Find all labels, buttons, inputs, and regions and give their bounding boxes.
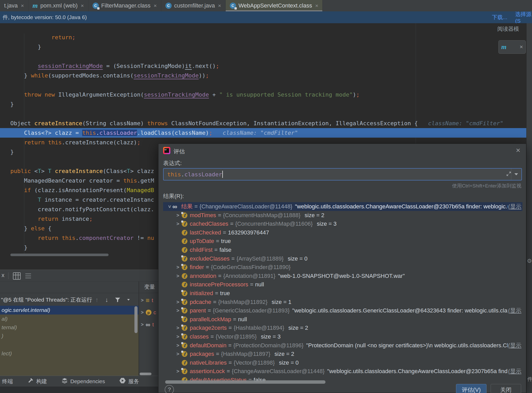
tree-row[interactable]: >∞结果={ChangeAwareClassLoader@11448}"webl…	[163, 202, 522, 211]
expression-history-dropdown[interactable]	[511, 169, 521, 180]
chevron-icon[interactable]: >	[175, 308, 181, 313]
tool-window-button-play[interactable]: 服务	[119, 378, 139, 385]
right-tool-button[interactable]: 件	[527, 376, 532, 383]
chevron-icon[interactable]: >	[175, 273, 181, 279]
chevron-icon[interactable]: >	[175, 334, 181, 340]
editor-tab[interactable]: mpom.xml (web)×	[28, 0, 88, 11]
tool-window-button-terminal[interactable]: 终端	[2, 378, 13, 385]
chevron-right-icon[interactable]: >	[141, 310, 144, 315]
threads-vscrollbar[interactable]	[134, 306, 138, 333]
close-icon[interactable]: ×	[21, 3, 24, 9]
tree-row[interactable]: >fclasses={Vector@11895}size = 3	[163, 332, 522, 341]
tree-row[interactable]: >fparent={GenericClassLoader@11893}"webl…	[163, 306, 522, 315]
code-line[interactable]: sessionTrackingMode = (SessionTrackingMo…	[0, 61, 526, 71]
code-segment: Class<?> clazz =	[10, 130, 82, 136]
tree-row[interactable]: >fdefaultDomain={ProtectionDomain@11896}…	[163, 341, 522, 350]
code-line[interactable]: }	[0, 99, 526, 109]
variable-item[interactable]: >≡t	[141, 296, 153, 305]
variable-item[interactable]: >∞t	[141, 320, 154, 329]
tree-row[interactable]: >fannotation={Annotation@11891}"web-1.0-…	[163, 272, 522, 280]
tree-row[interactable]: >fmodTimes={ConcurrentHashMap@11888}size…	[163, 211, 522, 220]
chevron-icon[interactable]: >	[175, 299, 181, 305]
tree-row[interactable]: >fpackage2certs={Hashtable@11894}size = …	[163, 324, 522, 332]
choose-sources-link[interactable]: 选择源 (S	[515, 11, 532, 23]
tree-row[interactable]: >finitialized=true	[163, 289, 522, 298]
code-line[interactable]: } while(supportedModes.contains(sessionT…	[0, 71, 526, 80]
chevron-icon[interactable]: >	[175, 221, 181, 227]
chevron-icon[interactable]: >	[175, 325, 181, 331]
tree-row[interactable]: >fexcludeClasses={ArraySet@11889}size = …	[163, 254, 522, 263]
code-line[interactable]	[0, 80, 526, 90]
thread-item[interactable]: lect)	[2, 349, 12, 358]
close-icon[interactable]: ×	[315, 3, 318, 9]
thread-item[interactable]: al)	[2, 315, 7, 323]
tree-row[interactable]: >fcachedClasses={ConcurrentHashMap@11606…	[163, 219, 522, 228]
code-line[interactable]	[0, 52, 526, 61]
close-icon[interactable]: ×	[218, 3, 221, 9]
close-icon[interactable]: ×	[154, 3, 157, 9]
show-more-link[interactable]: (显示	[508, 202, 522, 211]
expression-input[interactable]: this.classLoader	[163, 168, 522, 180]
thread-item[interactable]: )	[2, 332, 3, 340]
chevron-right-icon[interactable]: >	[141, 298, 144, 303]
help-button[interactable]: ?	[165, 385, 174, 393]
tool-window-button-layers[interactable]: Dependencies	[62, 378, 105, 385]
tree-row[interactable]: >ffinder={CodeGenClassFinder@11890}	[163, 263, 522, 272]
thread-item[interactable]: ternal)	[2, 323, 17, 332]
thread-item[interactable]: ogic.servlet.internal)	[2, 306, 50, 315]
code-line[interactable]: return;	[0, 33, 526, 42]
code-segment: T	[38, 168, 41, 174]
code-line[interactable]: Object createInstance(String className) …	[0, 119, 526, 128]
arrow-down-icon[interactable]: ↓	[103, 295, 111, 305]
chevron-down-icon[interactable]	[125, 295, 132, 305]
chevron-right-icon[interactable]: >	[141, 322, 144, 327]
show-more-link[interactable]: (显示	[508, 341, 522, 350]
code-line[interactable]: throw new IllegalArgumentException(sessi…	[0, 90, 526, 99]
tree-row[interactable]: >fpdcache={HashMap@11892}size = 1	[163, 298, 522, 306]
filter-icon[interactable]	[114, 295, 121, 305]
chevron-icon[interactable]: >	[175, 351, 181, 357]
expand-icon[interactable]	[506, 171, 512, 178]
show-more-link[interactable]: (显示	[508, 306, 522, 315]
frames-view-icon[interactable]	[25, 273, 31, 274]
gear-icon[interactable]: ⚙	[527, 258, 532, 264]
chevron-icon[interactable]: >	[167, 204, 172, 209]
code-line[interactable]: }	[0, 42, 526, 52]
results-hscrollbar[interactable]	[165, 380, 325, 384]
table-view-icon[interactable]	[13, 272, 21, 280]
tree-row[interactable]: >fpackages={HashMap@11897}size = 2	[163, 350, 522, 358]
variable-item[interactable]: >pc	[141, 308, 156, 317]
hammer-icon	[27, 378, 34, 385]
close-icon[interactable]: ×	[516, 146, 520, 155]
chevron-icon[interactable]: >	[175, 264, 181, 270]
editor-tab[interactable]: Ccustomfilter.java×	[161, 0, 226, 11]
tree-row[interactable]: >fassertionLock={ChangeAwareClassLoader@…	[163, 367, 522, 376]
close-button[interactable]: 关闭	[491, 384, 521, 393]
show-more-link[interactable]: (显示	[508, 367, 522, 376]
editor-tab[interactable]: CWebAppServletContext.class×	[226, 0, 323, 11]
chevron-icon[interactable]: >	[175, 213, 181, 218]
node-size: size = 2	[305, 212, 324, 219]
close-icon[interactable]: ×	[81, 3, 84, 9]
chevron-icon[interactable]: >	[175, 343, 181, 348]
evaluate-button[interactable]: 评估(V)	[456, 384, 487, 393]
tree-row[interactable]: >finstancePreProcessors=null	[163, 280, 522, 289]
editor-hscrollbar[interactable]	[10, 254, 109, 256]
tree-row[interactable]: >fchildFirst=false	[163, 246, 522, 254]
tree-row[interactable]: >fparallelLockMap=null	[163, 315, 522, 324]
tree-row[interactable]: >fupToDate=true	[163, 237, 522, 246]
editor-tab[interactable]: CFilterManager.class×	[88, 0, 161, 11]
tree-row[interactable]: >fnativeLibraries={Vector@11898}size = 0	[163, 358, 522, 367]
tool-window-button-hammer[interactable]: 构建	[27, 378, 47, 385]
code-line[interactable]	[0, 109, 526, 119]
variables-hscrollbar[interactable]	[140, 373, 151, 375]
execution-line[interactable]: Class<?> clazz = this.classLoader.loadCl…	[0, 128, 526, 138]
close-icon[interactable]: ×	[520, 44, 523, 50]
arrow-up-icon[interactable]: ↑	[93, 295, 101, 305]
maven-icon[interactable]: m	[501, 43, 506, 51]
chevron-icon[interactable]: >	[175, 368, 181, 374]
download-sources-link[interactable]: 下载...	[492, 11, 507, 23]
editor-tab[interactable]: t.java×	[0, 0, 28, 11]
tree-row[interactable]: >flastChecked=1632903976447	[163, 228, 522, 237]
maven-reload-widget[interactable]: m ×	[498, 40, 526, 54]
